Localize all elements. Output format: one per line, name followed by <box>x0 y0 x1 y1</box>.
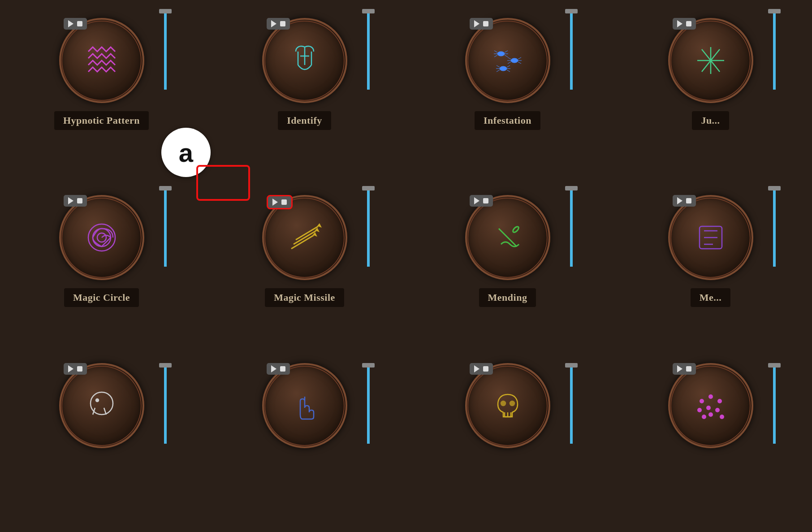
slider-hypnotic[interactable] <box>164 9 167 90</box>
slider-infestation[interactable] <box>570 9 573 90</box>
spell-label-identify: Identify <box>278 111 331 130</box>
control-bar-bottom1[interactable] <box>64 363 87 375</box>
magic-circle-icon <box>79 215 124 260</box>
spell-cell-me2[interactable]: Me... <box>609 177 812 354</box>
slider-line <box>570 190 573 267</box>
control-bar-ju[interactable] <box>673 18 696 30</box>
control-bar-magic-circle[interactable] <box>64 195 87 207</box>
svg-point-53 <box>717 399 722 403</box>
icon-wrapper-hypnotic <box>59 18 144 103</box>
control-bar-identify[interactable] <box>267 18 290 30</box>
slider-mending[interactable] <box>570 186 573 267</box>
slider-cap <box>768 9 781 13</box>
spell-circle-identify <box>262 18 347 103</box>
spell-cell-infestation[interactable]: Infestation <box>406 0 609 177</box>
play-button[interactable] <box>271 365 276 372</box>
play-button[interactable] <box>474 197 479 204</box>
slider-identify[interactable] <box>367 9 370 90</box>
spell-cell-magic-circle[interactable]: Magic Circle <box>0 177 203 354</box>
control-bar-hypnotic[interactable] <box>64 18 87 30</box>
spell-label-mending: Mending <box>479 288 536 307</box>
infestation-icon <box>485 38 530 83</box>
spell-cell-magic-missile[interactable]: Magic Missile <box>203 177 406 354</box>
hypnotic-icon <box>79 38 124 83</box>
stop-button[interactable] <box>281 199 287 205</box>
annotation-letter: a <box>179 138 193 168</box>
bottom1-icon <box>79 383 124 428</box>
spell-cell-mending[interactable]: Mending <box>406 177 609 354</box>
play-button[interactable] <box>68 197 73 204</box>
play-button[interactable] <box>677 197 682 204</box>
svg-line-33 <box>291 235 314 249</box>
slider-cap <box>159 9 172 13</box>
play-button[interactable] <box>68 365 73 372</box>
icon-wrapper-magic-missile <box>262 195 347 280</box>
svg-point-59 <box>702 415 706 419</box>
control-bar-mending[interactable] <box>470 195 493 207</box>
magic-missile-icon <box>282 215 327 260</box>
spell-circle-mending <box>465 195 550 280</box>
play-button[interactable] <box>677 365 682 372</box>
control-bar-me2[interactable] <box>673 195 696 207</box>
spell-cell-identify[interactable]: Identify <box>203 0 406 177</box>
svg-point-30 <box>93 229 111 247</box>
svg-point-29 <box>88 224 115 251</box>
slider-bottom2[interactable] <box>367 363 370 444</box>
play-button[interactable] <box>272 199 278 206</box>
spell-cell-bottom4[interactable] <box>609 354 812 531</box>
control-bar-magic-missile[interactable] <box>267 195 293 209</box>
play-button[interactable] <box>677 20 682 27</box>
slider-magic-circle[interactable] <box>164 186 167 267</box>
svg-line-21 <box>497 70 500 72</box>
icon-wrapper-infestation <box>465 18 550 103</box>
svg-line-26 <box>702 49 720 72</box>
stop-button[interactable] <box>77 366 82 372</box>
stop-button[interactable] <box>686 366 691 372</box>
control-bar-bottom4[interactable] <box>673 363 696 375</box>
svg-line-13 <box>508 62 511 64</box>
stop-button[interactable] <box>483 198 488 203</box>
svg-line-25 <box>702 49 720 72</box>
stop-button[interactable] <box>280 366 285 372</box>
spell-cell-ju[interactable]: Ju... <box>609 0 812 177</box>
control-bar-infestation[interactable] <box>470 18 493 30</box>
control-bar-bottom3[interactable] <box>470 363 493 375</box>
svg-point-54 <box>697 408 702 412</box>
svg-marker-35 <box>315 228 320 232</box>
svg-point-39 <box>512 226 519 234</box>
bottom4-icon <box>688 383 733 428</box>
icon-wrapper-magic-circle <box>59 195 144 280</box>
play-button[interactable] <box>271 20 276 27</box>
slider-bottom4[interactable] <box>773 363 776 444</box>
slider-bottom3[interactable] <box>570 363 573 444</box>
play-button[interactable] <box>68 20 73 27</box>
spell-cell-bottom3[interactable] <box>406 354 609 531</box>
spell-label-infestation: Infestation <box>475 111 540 130</box>
slider-magic-missile[interactable] <box>367 186 370 267</box>
slider-line <box>367 368 370 444</box>
stop-button[interactable] <box>77 21 82 26</box>
play-button[interactable] <box>474 20 479 27</box>
svg-marker-37 <box>317 223 322 228</box>
spell-circle-hypnotic <box>59 18 144 103</box>
svg-line-16 <box>518 62 521 64</box>
slider-bottom1[interactable] <box>164 363 167 444</box>
stop-button[interactable] <box>483 366 488 372</box>
stop-button[interactable] <box>77 198 82 203</box>
spell-cell-bottom2[interactable] <box>203 354 406 531</box>
svg-point-46 <box>501 401 505 406</box>
play-button[interactable] <box>474 365 479 372</box>
stop-button[interactable] <box>483 21 488 26</box>
spell-circle-me2 <box>668 195 753 280</box>
spell-circle-bottom1 <box>59 363 144 448</box>
slider-ju[interactable] <box>773 9 776 90</box>
stop-button[interactable] <box>686 198 691 203</box>
stop-button[interactable] <box>280 21 285 26</box>
svg-point-55 <box>706 406 711 410</box>
slider-me2[interactable] <box>773 186 776 267</box>
slider-cap <box>565 9 578 13</box>
slider-line <box>164 368 167 444</box>
control-bar-bottom2[interactable] <box>267 363 290 375</box>
stop-button[interactable] <box>686 21 691 26</box>
spell-cell-bottom1[interactable] <box>0 354 203 531</box>
